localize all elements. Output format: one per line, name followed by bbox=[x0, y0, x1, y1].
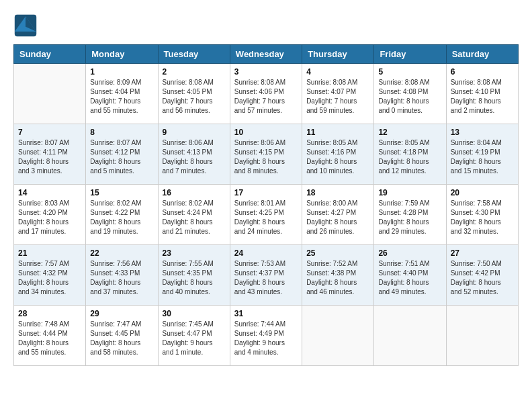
day-cell: 18Sunrise: 8:00 AM Sunset: 4:27 PM Dayli… bbox=[302, 185, 374, 245]
day-detail: Sunrise: 8:09 AM Sunset: 4:04 PM Dayligh… bbox=[90, 78, 153, 116]
day-number: 8 bbox=[90, 128, 153, 137]
day-number: 7 bbox=[18, 128, 81, 137]
day-detail: Sunrise: 8:08 AM Sunset: 4:06 PM Dayligh… bbox=[234, 78, 298, 116]
day-detail: Sunrise: 7:51 AM Sunset: 4:40 PM Dayligh… bbox=[378, 259, 441, 297]
day-number: 16 bbox=[163, 188, 226, 197]
day-cell: 24Sunrise: 7:53 AM Sunset: 4:37 PM Dayli… bbox=[230, 245, 302, 306]
day-detail: Sunrise: 7:50 AM Sunset: 4:42 PM Dayligh… bbox=[451, 259, 514, 297]
day-number: 20 bbox=[451, 188, 514, 197]
day-detail: Sunrise: 8:04 AM Sunset: 4:19 PM Dayligh… bbox=[451, 138, 514, 176]
day-number: 1 bbox=[90, 67, 153, 77]
day-detail: Sunrise: 8:06 AM Sunset: 4:13 PM Dayligh… bbox=[163, 138, 226, 176]
day-detail: Sunrise: 8:03 AM Sunset: 4:20 PM Dayligh… bbox=[18, 199, 81, 236]
day-cell: 30Sunrise: 7:45 AM Sunset: 4:47 PM Dayli… bbox=[158, 306, 230, 366]
day-cell: 17Sunrise: 8:01 AM Sunset: 4:25 PM Dayli… bbox=[230, 185, 302, 245]
day-cell: 10Sunrise: 8:06 AM Sunset: 4:15 PM Dayli… bbox=[230, 124, 302, 185]
day-cell: 23Sunrise: 7:55 AM Sunset: 4:35 PM Dayli… bbox=[158, 245, 230, 306]
calendar-table: SundayMondayTuesdayWednesdayThursdayFrid… bbox=[13, 44, 519, 366]
day-number: 24 bbox=[234, 248, 298, 258]
day-cell bbox=[302, 306, 374, 366]
day-detail: Sunrise: 7:44 AM Sunset: 4:49 PM Dayligh… bbox=[234, 320, 298, 357]
day-number: 25 bbox=[306, 248, 369, 258]
day-detail: Sunrise: 8:02 AM Sunset: 4:22 PM Dayligh… bbox=[90, 199, 153, 236]
day-cell: 26Sunrise: 7:51 AM Sunset: 4:40 PM Dayli… bbox=[374, 245, 446, 306]
day-number: 4 bbox=[306, 67, 369, 77]
week-row-1: 1Sunrise: 8:09 AM Sunset: 4:04 PM Daylig… bbox=[14, 64, 519, 124]
day-number: 5 bbox=[378, 67, 441, 77]
day-detail: Sunrise: 8:08 AM Sunset: 4:08 PM Dayligh… bbox=[378, 78, 441, 116]
day-number: 6 bbox=[451, 67, 514, 77]
day-cell bbox=[374, 306, 446, 366]
day-cell: 21Sunrise: 7:57 AM Sunset: 4:32 PM Dayli… bbox=[14, 245, 86, 306]
header-row: SundayMondayTuesdayWednesdayThursdayFrid… bbox=[14, 45, 519, 64]
week-row-3: 14Sunrise: 8:03 AM Sunset: 4:20 PM Dayli… bbox=[14, 185, 519, 245]
day-number: 28 bbox=[18, 309, 81, 318]
day-detail: Sunrise: 7:55 AM Sunset: 4:35 PM Dayligh… bbox=[163, 259, 226, 297]
day-cell: 13Sunrise: 8:04 AM Sunset: 4:19 PM Dayli… bbox=[446, 124, 518, 185]
day-cell: 28Sunrise: 7:48 AM Sunset: 4:44 PM Dayli… bbox=[14, 306, 86, 366]
day-detail: Sunrise: 8:07 AM Sunset: 4:11 PM Dayligh… bbox=[18, 138, 81, 176]
day-cell: 14Sunrise: 8:03 AM Sunset: 4:20 PM Dayli… bbox=[14, 185, 86, 245]
header-day-thursday: Thursday bbox=[302, 45, 374, 64]
day-number: 14 bbox=[18, 188, 81, 197]
header-day-wednesday: Wednesday bbox=[230, 45, 302, 64]
day-detail: Sunrise: 7:52 AM Sunset: 4:38 PM Dayligh… bbox=[306, 259, 369, 297]
week-row-2: 7Sunrise: 8:07 AM Sunset: 4:11 PM Daylig… bbox=[14, 124, 519, 185]
day-detail: Sunrise: 7:56 AM Sunset: 4:33 PM Dayligh… bbox=[90, 259, 153, 297]
header-day-saturday: Saturday bbox=[446, 45, 518, 64]
day-cell: 31Sunrise: 7:44 AM Sunset: 4:49 PM Dayli… bbox=[230, 306, 302, 366]
day-cell: 15Sunrise: 8:02 AM Sunset: 4:22 PM Dayli… bbox=[86, 185, 158, 245]
day-cell: 9Sunrise: 8:06 AM Sunset: 4:13 PM Daylig… bbox=[158, 124, 230, 185]
day-cell: 3Sunrise: 8:08 AM Sunset: 4:06 PM Daylig… bbox=[230, 64, 302, 124]
day-number: 22 bbox=[90, 248, 153, 258]
day-cell: 1Sunrise: 8:09 AM Sunset: 4:04 PM Daylig… bbox=[86, 64, 158, 124]
day-detail: Sunrise: 8:01 AM Sunset: 4:25 PM Dayligh… bbox=[234, 199, 298, 236]
day-detail: Sunrise: 7:58 AM Sunset: 4:30 PM Dayligh… bbox=[451, 199, 514, 236]
day-number: 12 bbox=[378, 128, 441, 137]
day-number: 17 bbox=[234, 188, 298, 197]
day-cell: 16Sunrise: 8:02 AM Sunset: 4:24 PM Dayli… bbox=[158, 185, 230, 245]
day-number: 10 bbox=[234, 128, 298, 137]
day-detail: Sunrise: 8:08 AM Sunset: 4:07 PM Dayligh… bbox=[306, 78, 369, 116]
day-cell: 4Sunrise: 8:08 AM Sunset: 4:07 PM Daylig… bbox=[302, 64, 374, 124]
day-detail: Sunrise: 7:53 AM Sunset: 4:37 PM Dayligh… bbox=[234, 259, 298, 297]
day-number: 23 bbox=[163, 248, 226, 258]
day-number: 29 bbox=[90, 309, 153, 318]
day-cell: 20Sunrise: 7:58 AM Sunset: 4:30 PM Dayli… bbox=[446, 185, 518, 245]
day-detail: Sunrise: 8:07 AM Sunset: 4:12 PM Dayligh… bbox=[90, 138, 153, 176]
day-detail: Sunrise: 8:08 AM Sunset: 4:10 PM Dayligh… bbox=[451, 78, 514, 116]
day-cell: 8Sunrise: 8:07 AM Sunset: 4:12 PM Daylig… bbox=[86, 124, 158, 185]
day-detail: Sunrise: 8:00 AM Sunset: 4:27 PM Dayligh… bbox=[306, 199, 369, 236]
day-cell bbox=[14, 64, 86, 124]
day-detail: Sunrise: 7:45 AM Sunset: 4:47 PM Dayligh… bbox=[163, 320, 226, 357]
day-cell: 2Sunrise: 8:08 AM Sunset: 4:05 PM Daylig… bbox=[158, 64, 230, 124]
day-number: 30 bbox=[163, 309, 226, 318]
day-detail: Sunrise: 7:57 AM Sunset: 4:32 PM Dayligh… bbox=[18, 259, 81, 297]
day-cell: 27Sunrise: 7:50 AM Sunset: 4:42 PM Dayli… bbox=[446, 245, 518, 306]
day-detail: Sunrise: 8:08 AM Sunset: 4:05 PM Dayligh… bbox=[163, 78, 226, 116]
day-number: 9 bbox=[163, 128, 226, 137]
day-cell: 6Sunrise: 8:08 AM Sunset: 4:10 PM Daylig… bbox=[446, 64, 518, 124]
logo bbox=[13, 13, 40, 38]
day-cell: 19Sunrise: 7:59 AM Sunset: 4:28 PM Dayli… bbox=[374, 185, 446, 245]
header-day-monday: Monday bbox=[86, 45, 158, 64]
day-number: 3 bbox=[234, 67, 298, 77]
day-detail: Sunrise: 8:02 AM Sunset: 4:24 PM Dayligh… bbox=[163, 199, 226, 236]
day-cell: 25Sunrise: 7:52 AM Sunset: 4:38 PM Dayli… bbox=[302, 245, 374, 306]
day-number: 2 bbox=[163, 67, 226, 77]
week-row-4: 21Sunrise: 7:57 AM Sunset: 4:32 PM Dayli… bbox=[14, 245, 519, 306]
week-row-5: 28Sunrise: 7:48 AM Sunset: 4:44 PM Dayli… bbox=[14, 306, 519, 366]
header-day-sunday: Sunday bbox=[14, 45, 86, 64]
day-cell: 29Sunrise: 7:47 AM Sunset: 4:45 PM Dayli… bbox=[86, 306, 158, 366]
day-cell: 12Sunrise: 8:05 AM Sunset: 4:18 PM Dayli… bbox=[374, 124, 446, 185]
header-day-friday: Friday bbox=[374, 45, 446, 64]
logo-icon bbox=[13, 13, 38, 38]
day-cell bbox=[446, 306, 518, 366]
day-number: 19 bbox=[378, 188, 441, 197]
day-number: 13 bbox=[451, 128, 514, 137]
day-number: 11 bbox=[306, 128, 369, 137]
day-cell: 22Sunrise: 7:56 AM Sunset: 4:33 PM Dayli… bbox=[86, 245, 158, 306]
day-cell: 7Sunrise: 8:07 AM Sunset: 4:11 PM Daylig… bbox=[14, 124, 86, 185]
day-number: 21 bbox=[18, 248, 81, 258]
day-number: 18 bbox=[306, 188, 369, 197]
